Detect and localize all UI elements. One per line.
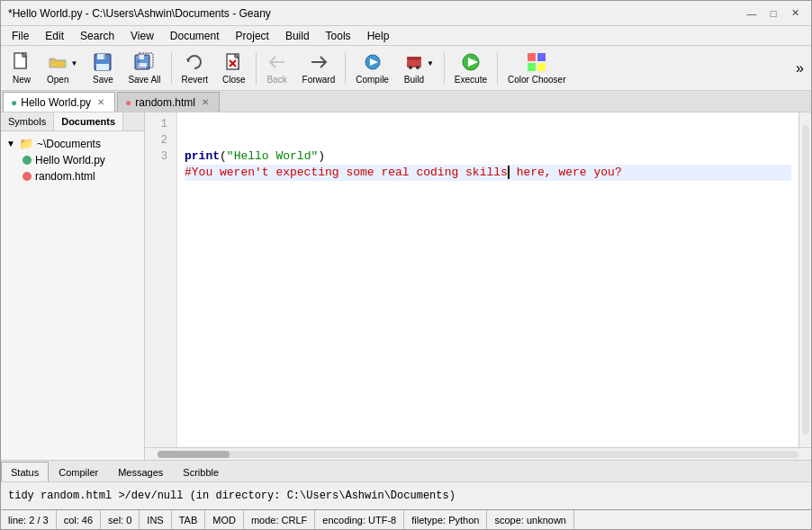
menu-document[interactable]: Document: [163, 28, 227, 44]
save-all-label: Save All: [128, 75, 160, 85]
bottom-tab-messages[interactable]: Messages: [108, 462, 173, 481]
bottom-tab-scribble[interactable]: Scribble: [173, 462, 229, 481]
menu-search[interactable]: Search: [73, 28, 122, 44]
build-button[interactable]: Build ▼: [397, 49, 440, 88]
tab-html-dot: ●: [125, 96, 131, 109]
close-doc-button[interactable]: Close: [216, 49, 252, 88]
h-scroll-thumb[interactable]: [158, 451, 230, 458]
forward-button[interactable]: Forward: [296, 49, 342, 88]
v-scroll-track[interactable]: [802, 125, 809, 435]
close-doc-label: Close: [222, 75, 246, 85]
file-tree: ▼ 📁 ~\Documents Hello World.py random.ht…: [1, 131, 144, 460]
py-file-icon: [23, 156, 32, 165]
tree-folder[interactable]: ▼ 📁 ~\Documents: [5, 135, 140, 152]
compile-button[interactable]: Compile: [349, 49, 395, 88]
tab-bar: ● Hello World.py ✕ ● random.html ✕: [1, 91, 811, 112]
minimize-button[interactable]: —: [743, 4, 761, 22]
code-line-1: print("Hello World"): [185, 148, 791, 165]
svg-marker-12: [186, 58, 190, 62]
folder-icon: 📁: [19, 137, 33, 150]
code-line-3: [185, 181, 791, 197]
tab-random-html[interactable]: ● random.html ✕: [117, 92, 220, 112]
back-button[interactable]: Back: [260, 49, 294, 88]
main-content: Symbols Documents ▼ 📁 ~\Documents Hello …: [1, 112, 811, 460]
back-label: Back: [266, 75, 286, 85]
toolbar-sep-4: [444, 52, 445, 85]
h-scrollbar[interactable]: [145, 447, 811, 460]
code-editor[interactable]: print("Hello World")#You weren't expecti…: [177, 112, 798, 447]
menu-file[interactable]: File: [5, 28, 36, 44]
status-bar: line: 2 / 3 col: 46 sel: 0 INS TAB MOD m…: [1, 509, 811, 529]
close-window-button[interactable]: ✕: [786, 4, 804, 22]
menu-build[interactable]: Build: [278, 28, 317, 44]
editor-content[interactable]: 1 2 3 print("Hello World")#You weren't e…: [145, 112, 811, 447]
menu-tools[interactable]: Tools: [319, 28, 358, 44]
menu-project[interactable]: Project: [229, 28, 276, 44]
new-label: New: [13, 75, 31, 85]
svg-rect-22: [407, 60, 421, 67]
line-num-2: 2: [145, 132, 171, 148]
menu-bar: File Edit Search View Document Project B…: [1, 26, 811, 46]
close-doc-icon: [223, 51, 245, 73]
tab-hello-world-close[interactable]: ✕: [95, 96, 107, 109]
forward-label: Forward: [302, 75, 336, 85]
bottom-tab-status[interactable]: Status: [1, 462, 49, 481]
sidebar-tab-symbols[interactable]: Symbols: [1, 112, 54, 130]
v-scrollbar[interactable]: [798, 112, 811, 447]
svg-point-24: [409, 66, 412, 69]
status-tab: TAB: [172, 510, 206, 529]
save-all-button[interactable]: Save All: [122, 49, 167, 88]
sidebar: Symbols Documents ▼ 📁 ~\Documents Hello …: [1, 112, 145, 460]
bottom-tab-compiler[interactable]: Compiler: [49, 462, 108, 481]
status-col: col: 46: [57, 510, 101, 529]
toolbar-sep-5: [497, 52, 498, 85]
open-button[interactable]: Open ▼: [41, 49, 84, 88]
open-label: Open: [47, 75, 68, 85]
toolbar-overflow[interactable]: »: [792, 57, 807, 80]
revert-button[interactable]: Revert: [176, 49, 214, 88]
toolbar-sep-1: [171, 52, 172, 85]
svg-rect-23: [407, 57, 421, 60]
status-line: line: 2 / 3: [8, 510, 57, 529]
save-button[interactable]: Save: [86, 49, 120, 88]
compile-label: Compile: [356, 75, 389, 85]
tree-file-random-html[interactable]: random.html: [5, 168, 140, 184]
menu-help[interactable]: Help: [360, 28, 397, 44]
code-line-2: #You weren't expecting some real coding …: [185, 165, 791, 181]
code-comment: #You weren't expecting some real coding …: [185, 166, 508, 179]
svg-rect-30: [528, 63, 536, 71]
tab-hello-world-label: Hello World.py: [21, 96, 91, 109]
tree-file-random-html-label: random.html: [35, 170, 95, 183]
svg-rect-6: [96, 64, 109, 70]
status-encoding: encoding: UTF-8: [315, 510, 404, 529]
status-scope: scope: unknown: [487, 510, 574, 529]
forward-icon: [308, 51, 329, 73]
h-scroll-track[interactable]: [158, 451, 798, 458]
menu-view[interactable]: View: [123, 28, 161, 44]
menu-edit[interactable]: Edit: [38, 28, 71, 44]
execute-button[interactable]: Execute: [448, 49, 493, 88]
status-ins: INS: [140, 510, 171, 529]
save-icon: [92, 51, 113, 73]
tab-random-html-close[interactable]: ✕: [199, 96, 212, 109]
svg-rect-29: [537, 53, 546, 61]
tree-file-hello-world[interactable]: Hello World.py: [5, 152, 140, 168]
color-chooser-label: Color Chooser: [508, 75, 565, 85]
editor-area: 1 2 3 print("Hello World")#You weren't e…: [145, 112, 811, 460]
sidebar-tab-documents[interactable]: Documents: [54, 112, 123, 130]
color-chooser-button[interactable]: Color Chooser: [501, 49, 572, 88]
html-file-icon: [23, 172, 32, 181]
compile-icon: [362, 51, 383, 73]
svg-rect-5: [104, 54, 105, 59]
build-arrow-icon: ▼: [427, 59, 434, 67]
tab-hello-world[interactable]: ● Hello World.py ✕: [3, 92, 115, 112]
bottom-tabs: Status Compiler Messages Scribble: [1, 461, 811, 482]
new-button[interactable]: New: [5, 49, 39, 88]
color-chooser-icon: [526, 51, 547, 73]
save-label: Save: [93, 75, 113, 85]
status-mod: MOD: [205, 510, 244, 529]
maximize-button[interactable]: □: [764, 4, 782, 22]
status-mode: mode: CRLF: [244, 510, 315, 529]
tab-random-html-label: random.html: [135, 96, 195, 109]
window-controls: — □ ✕: [743, 4, 804, 22]
